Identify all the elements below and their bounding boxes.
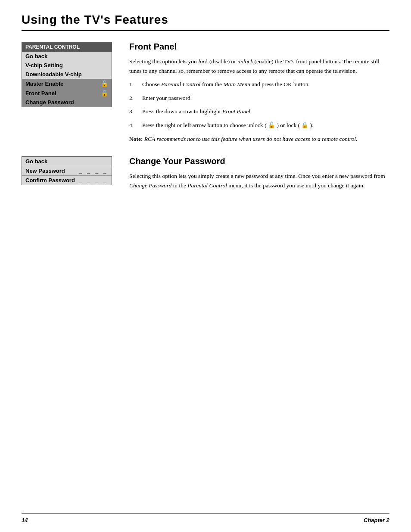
menu-item-label: Go back <box>25 53 47 59</box>
page-footer: 14 Chapter 2 <box>22 513 389 523</box>
menu-item-vchip[interactable]: V-chip Setting <box>22 61 112 70</box>
confirm-password-dashes: _ _ _ _ <box>79 177 108 184</box>
unlock-icon: 🔓 <box>101 80 108 87</box>
front-panel-intro: Selecting this option lets you lock (dis… <box>129 57 389 75</box>
step-4: 4. Press the right or left arrow button … <box>129 121 389 130</box>
menu-item-label: Change Password <box>25 99 74 106</box>
menu-item-label: Go back <box>25 158 47 165</box>
menu-item-change-password[interactable]: Change Password <box>22 98 112 107</box>
second-content-area: Go back New Password _ _ _ _ Confirm Pas… <box>22 156 389 194</box>
menu-header: PARENTAL CONTROL <box>22 42 112 52</box>
menu-item-go-back[interactable]: Go back <box>22 52 112 61</box>
menu-item-label: New Password <box>25 168 65 174</box>
change-pwd-confirm-password[interactable]: Confirm Password _ _ _ _ <box>22 176 112 185</box>
step-3: 3. Press the down arrow to highlight Fro… <box>129 107 389 116</box>
footer-page-number: 14 <box>22 517 28 523</box>
page-title: Using the TV's Features <box>22 13 389 31</box>
menu-item-label: Master Enable <box>25 81 63 87</box>
steps-list: 1. Choose Parental Control from the Main… <box>129 80 389 130</box>
lock-icon: 🔒 <box>101 90 108 96</box>
menu-item-downloadable-vchip[interactable]: Downloadable V-chip <box>22 70 112 79</box>
front-panel-heading: Front Panel <box>129 42 389 52</box>
change-password-menu: Go back New Password _ _ _ _ Confirm Pas… <box>22 156 116 194</box>
front-panel-section: Front Panel Selecting this option lets y… <box>129 42 389 143</box>
parental-control-menu: PARENTAL CONTROL Go back V-chip Setting … <box>22 42 116 143</box>
change-password-text: Selecting this option lets you simply cr… <box>129 171 389 190</box>
menu-item-front-panel[interactable]: Front Panel 🔒 <box>22 88 112 98</box>
menu-item-label: Downloadable V-chip <box>25 71 82 78</box>
change-pwd-new-password[interactable]: New Password _ _ _ _ <box>22 166 112 176</box>
step-1: 1. Choose Parental Control from the Main… <box>129 80 389 89</box>
note-box: Note: RCA recommends not to use this fea… <box>129 134 389 144</box>
menu-item-label: V-chip Setting <box>25 62 63 68</box>
menu-item-label: Front Panel <box>25 90 56 96</box>
menu-box: PARENTAL CONTROL Go back V-chip Setting … <box>22 42 112 107</box>
change-password-heading: Change Your Password <box>129 156 389 166</box>
change-pwd-menu-box: Go back New Password _ _ _ _ Confirm Pas… <box>22 156 112 185</box>
page-container: Using the TV's Features PARENTAL CONTROL… <box>0 0 411 532</box>
new-password-dashes: _ _ _ _ <box>79 168 108 174</box>
menu-item-master-enable[interactable]: Master Enable 🔓 <box>22 79 112 88</box>
footer-chapter: Chapter 2 <box>364 517 389 523</box>
menu-item-label: Confirm Password <box>25 177 75 184</box>
step-2: 2. Enter your password. <box>129 93 389 103</box>
first-content-area: PARENTAL CONTROL Go back V-chip Setting … <box>22 42 389 143</box>
change-password-section: Change Your Password Selecting this opti… <box>129 156 389 194</box>
change-pwd-go-back[interactable]: Go back <box>22 157 112 166</box>
